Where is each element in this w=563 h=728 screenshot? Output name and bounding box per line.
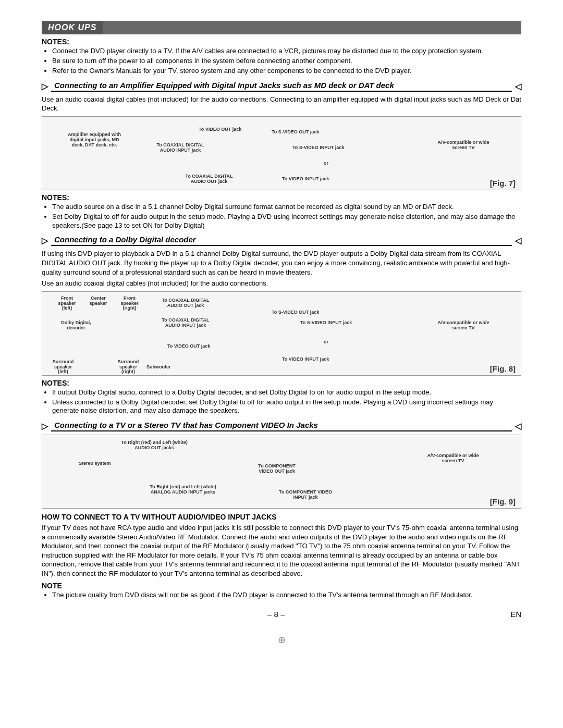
section-3-header: ▷ Connecting to a TV or a Stereo TV that… <box>42 421 521 431</box>
diagram-label: Dolby Digital, decoder <box>58 320 94 331</box>
diagram-label: Subwoofer <box>146 365 171 370</box>
section-1-intro: Use an audio coaxial digital cables (not… <box>42 95 521 113</box>
diagram-label: To Right (red) and Left (white) AUDIO OU… <box>118 440 191 451</box>
note-item: Connect the DVD player directly to a TV.… <box>52 47 521 56</box>
diagram-label: or <box>324 340 328 345</box>
section-3-title: Connecting to a TV or a Stereo TV that h… <box>51 421 512 431</box>
crop-mark-icon: ⊕ <box>42 634 521 646</box>
section-2-header: ▷ Connecting to a Dolby Digital decoder … <box>42 235 521 246</box>
howto-body: If your TV does not have RCA type audio … <box>42 523 521 578</box>
diagram-label: or <box>324 161 328 166</box>
arrow-right-icon: ◁ <box>515 81 521 91</box>
diagram-label: Front speaker (right) <box>118 296 141 312</box>
note-final-list: The picture quality from DVD discs will … <box>52 591 521 600</box>
section-2-title: Connecting to a Dolby Digital decoder <box>51 235 512 246</box>
figure-label-7: [Fig. 7] <box>490 179 516 188</box>
page-title: HOOK UPS <box>42 21 103 34</box>
diagram-label: Center speaker <box>84 296 113 306</box>
diagram-label: To Right (red) and Left (white) ANALOG A… <box>144 485 222 495</box>
howto-heading: HOW TO CONNECT TO A TV WITHOUT AUDIO/VID… <box>42 513 521 521</box>
arrow-left-icon: ▷ <box>42 421 48 431</box>
arrow-left-icon: ▷ <box>42 236 48 245</box>
diagram-label: A/V-compatible or wide screen TV <box>437 140 489 151</box>
arrow-right-icon: ◁ <box>515 236 521 245</box>
note-item: Set Dolby Digital to off for audio outpu… <box>52 213 521 230</box>
diagram-fig-9: Stereo system To Right (red) and Left (w… <box>42 435 521 509</box>
diagram-label: To VIDEO OUT jack <box>167 344 210 349</box>
diagram-label: To COAXIAL DIGITAL AUDIO OUT jack <box>178 174 240 184</box>
diagram-fig-8: Front speaker (left) Center speaker Fron… <box>42 291 521 376</box>
section-1-header: ▷ Connecting to an Amplifier Equipped wi… <box>42 81 521 92</box>
diagram-label: Stereo system <box>79 461 111 466</box>
figure-label-8: [Fig. 8] <box>490 364 516 373</box>
figure-label-9: [Fig. 9] <box>490 497 516 506</box>
page-number: – 8 – <box>42 610 510 619</box>
note-item: Refer to the Owner's Manuals for your TV… <box>52 67 521 76</box>
note-item: Unless connected to a Dolby Digital deco… <box>52 398 521 416</box>
diagram-label: To VIDEO OUT jack <box>199 127 241 132</box>
diagram-label: To S-VIDEO OUT jack <box>272 130 319 135</box>
page-footer: – 8 – EN <box>42 610 521 619</box>
note-item: The picture quality from DVD discs will … <box>52 591 521 600</box>
arrow-right-icon: ◁ <box>515 421 521 431</box>
notes-heading-3: NOTES: <box>42 379 521 387</box>
note-item: The audio source on a disc in a 5.1 chan… <box>52 203 521 212</box>
diagram-label: Surround speaker (right) <box>115 360 141 375</box>
diagram-label: Surround speaker (left) <box>50 360 76 375</box>
diagram-label: Amplifier equipped with digital input ja… <box>63 132 126 148</box>
diagram-label: To COMPONENT VIDEO OUT jack <box>251 464 303 474</box>
header-bar: HOOK UPS <box>42 21 521 34</box>
section-1-title: Connecting to an Amplifier Equipped with… <box>51 81 512 92</box>
section-2-intro-1: If using this DVD player to playback a D… <box>42 249 521 277</box>
diagram-label: To VIDEO INPUT jack <box>282 357 329 362</box>
diagram-label: To COMPONENT VIDEO INPUT jack <box>277 490 334 500</box>
note-final-heading: NOTE <box>42 582 521 590</box>
diagram-label: A/V-compatible or wide screen TV <box>437 320 489 331</box>
lang-code: EN <box>510 610 521 619</box>
notes-list-2: The audio source on a disc in a 5.1 chan… <box>52 203 521 230</box>
diagram-label: To COAXIAL DIGITAL AUDIO INPUT jack <box>152 143 209 153</box>
note-item: Be sure to turn off the power to all com… <box>52 57 521 66</box>
diagram-label: To COAXIAL DIGITAL AUDIO INPUT jack <box>157 318 214 328</box>
arrow-left-icon: ▷ <box>42 81 48 91</box>
note-item: If output Dolby Digital audio, connect t… <box>52 388 521 397</box>
diagram-fig-7: Amplifier equipped with digital input ja… <box>42 116 521 190</box>
diagram-label: To S-VIDEO OUT jack <box>272 310 319 315</box>
section-2-intro-2: Use an audio coaxial digital cables (not… <box>42 279 521 288</box>
diagram-label: A/V-compatible or wide screen TV <box>427 453 479 464</box>
diagram-label: To S-VIDEO INPUT jack <box>300 320 352 326</box>
diagram-label: To S-VIDEO INPUT jack <box>292 145 344 151</box>
notes-heading-1: NOTES: <box>42 38 521 46</box>
notes-list-1: Connect the DVD player directly to a TV.… <box>52 47 521 76</box>
diagram-label: To COAXIAL DIGITAL AUDIO OUT jack <box>157 298 214 309</box>
diagram-label: Front speaker (left) <box>55 296 79 312</box>
notes-heading-2: NOTES: <box>42 193 521 202</box>
diagram-label: To VIDEO INPUT jack <box>282 177 329 182</box>
notes-list-3: If output Dolby Digital audio, connect t… <box>52 388 521 416</box>
